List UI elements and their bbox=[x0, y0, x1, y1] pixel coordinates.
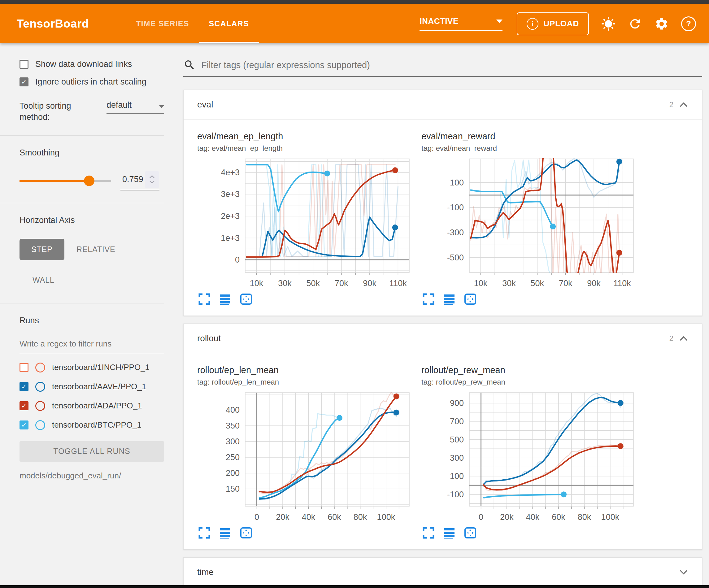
line-chart-mean-ep-length[interactable]: 01e+32e+33e+34e+310k30k50k70k90k110k bbox=[197, 156, 414, 290]
svg-text:70k: 70k bbox=[335, 279, 348, 288]
section-header-time[interactable]: time bbox=[184, 558, 702, 585]
fullscreen-icon[interactable] bbox=[199, 527, 210, 539]
run-checkbox[interactable]: ✓ bbox=[20, 382, 28, 391]
runs-logdir-path: models/debugged_eval_run/ bbox=[20, 471, 164, 481]
smoothing-label: Smoothing bbox=[20, 148, 164, 158]
svg-text:300: 300 bbox=[450, 453, 464, 463]
chart-card-ep-len-mean: rollout/ep_len_mean tag: rollout/ep_len_… bbox=[197, 365, 414, 539]
axis-step-button[interactable]: STEP bbox=[20, 239, 64, 260]
refresh-icon bbox=[628, 17, 642, 31]
tab-scalars[interactable]: SCALARS bbox=[199, 4, 259, 43]
checkbox-icon[interactable]: ✓ bbox=[20, 60, 28, 69]
chart-tag: tag: eval/mean_ep_length bbox=[197, 144, 414, 153]
svg-text:50k: 50k bbox=[531, 279, 544, 288]
divider bbox=[0, 135, 164, 136]
runs-filter-input[interactable] bbox=[20, 339, 164, 353]
axis-wall-button[interactable]: WALL bbox=[23, 270, 64, 291]
data-table-icon[interactable] bbox=[219, 527, 231, 539]
tag-filter-input[interactable] bbox=[201, 60, 702, 71]
svg-text:900: 900 bbox=[450, 399, 464, 408]
slider-thumb[interactable] bbox=[84, 176, 95, 186]
smoothing-slider[interactable] bbox=[20, 176, 111, 186]
upload-button[interactable]: i UPLOAD bbox=[517, 12, 589, 35]
chevron-down-icon bbox=[159, 105, 164, 108]
fullscreen-icon[interactable] bbox=[199, 293, 210, 305]
ignore-outliers-checkbox[interactable]: ✓ Ignore outliers in chart scaling bbox=[20, 77, 164, 87]
run-color-swatch[interactable] bbox=[35, 363, 45, 373]
svg-text:350: 350 bbox=[226, 421, 240, 430]
fit-domain-icon[interactable] bbox=[464, 527, 476, 539]
sun-icon bbox=[601, 17, 615, 31]
line-chart-ep-rew-mean[interactable]: -100100300500700900020k40k60k80k100k bbox=[421, 390, 638, 524]
svg-text:300: 300 bbox=[226, 437, 240, 446]
checkbox-icon[interactable]: ✓ bbox=[20, 77, 28, 86]
run-row-ada[interactable]: ✓ tensorboard/ADA/PPO_1 bbox=[20, 401, 164, 411]
svg-text:700: 700 bbox=[450, 417, 464, 426]
svg-text:20k: 20k bbox=[276, 512, 289, 522]
fullscreen-icon[interactable] bbox=[423, 527, 435, 539]
chevron-down-icon bbox=[496, 20, 502, 23]
run-checkbox[interactable]: ✓ bbox=[20, 420, 28, 430]
svg-text:-300: -300 bbox=[447, 228, 464, 237]
line-chart-mean-reward[interactable]: 100-100-300-50010k30k50k70k90k110k bbox=[421, 156, 638, 290]
brightness-toggle-button[interactable] bbox=[601, 17, 615, 31]
run-color-swatch[interactable] bbox=[35, 420, 45, 430]
fit-domain-icon[interactable] bbox=[240, 293, 252, 305]
svg-text:100: 100 bbox=[450, 178, 464, 187]
svg-text:-500: -500 bbox=[447, 253, 464, 262]
refresh-button[interactable] bbox=[628, 17, 642, 31]
run-row-1inch[interactable]: ✓ tensorboard/1INCH/PPO_1 bbox=[20, 363, 164, 373]
data-table-icon[interactable] bbox=[443, 527, 455, 539]
svg-text:100: 100 bbox=[450, 471, 464, 481]
fullscreen-icon[interactable] bbox=[423, 293, 435, 305]
chart-title: eval/mean_ep_length bbox=[197, 131, 414, 142]
show-download-links-checkbox[interactable]: ✓ Show data download links bbox=[20, 59, 164, 69]
run-checkbox[interactable]: ✓ bbox=[20, 401, 28, 410]
chevron-up-icon[interactable] bbox=[679, 102, 688, 107]
toggle-all-runs-button[interactable]: TOGGLE ALL RUNS bbox=[20, 441, 164, 462]
inactive-status-dropdown[interactable]: INACTIVE bbox=[420, 17, 502, 31]
svg-text:10k: 10k bbox=[474, 279, 488, 288]
browser-chrome-strip bbox=[0, 0, 709, 4]
smoothing-stepper[interactable] bbox=[145, 171, 159, 188]
section-card-eval: eval 2 eval/mean_ep_length tag: eval/mea… bbox=[183, 90, 702, 316]
axis-relative-button[interactable]: RELATIVE bbox=[67, 239, 125, 260]
run-checkbox[interactable]: ✓ bbox=[20, 363, 28, 372]
section-header-rollout[interactable]: rollout 2 bbox=[184, 324, 702, 353]
chevron-down-icon bbox=[149, 180, 155, 184]
run-row-btc[interactable]: ✓ tensorboard/BTC/PPO_1 bbox=[20, 420, 164, 430]
data-table-icon[interactable] bbox=[443, 293, 455, 305]
help-icon: ? bbox=[681, 17, 696, 31]
data-table-icon[interactable] bbox=[219, 293, 231, 305]
chevron-up-icon[interactable] bbox=[679, 336, 688, 341]
chart-tag: tag: rollout/ep_rew_mean bbox=[421, 378, 638, 386]
svg-text:-100: -100 bbox=[447, 490, 464, 499]
fit-domain-icon[interactable] bbox=[240, 527, 252, 539]
run-row-aave[interactable]: ✓ tensorboard/AAVE/PPO_1 bbox=[20, 382, 164, 392]
chart-toolbar bbox=[197, 293, 414, 305]
svg-text:80k: 80k bbox=[353, 512, 367, 522]
chart-title: rollout/ep_len_mean bbox=[197, 365, 414, 375]
settings-sidebar: ✓ Show data download links ✓ Ignore outl… bbox=[0, 43, 170, 585]
runs-label: Runs bbox=[20, 316, 164, 326]
svg-text:110k: 110k bbox=[613, 279, 631, 288]
svg-text:30k: 30k bbox=[502, 279, 516, 288]
line-chart-ep-len-mean[interactable]: 150200250300350400020k40k60k80k100k bbox=[197, 390, 414, 524]
run-color-swatch[interactable] bbox=[35, 401, 45, 411]
run-color-swatch[interactable] bbox=[35, 382, 45, 392]
smoothing-value-field[interactable]: 0.759 bbox=[121, 171, 159, 190]
search-icon bbox=[183, 59, 196, 71]
section-header-eval[interactable]: eval 2 bbox=[184, 90, 702, 120]
tooltip-sorting-select[interactable]: default bbox=[106, 100, 164, 113]
settings-button[interactable] bbox=[655, 17, 669, 31]
help-button[interactable]: ? bbox=[681, 17, 696, 31]
svg-text:500: 500 bbox=[450, 435, 464, 444]
chevron-down-icon[interactable] bbox=[679, 569, 688, 575]
fit-domain-icon[interactable] bbox=[464, 293, 476, 305]
chart-card-ep-rew-mean: rollout/ep_rew_mean tag: rollout/ep_rew_… bbox=[421, 365, 638, 539]
tab-time-series[interactable]: TIME SERIES bbox=[126, 4, 199, 43]
svg-text:60k: 60k bbox=[327, 512, 341, 522]
top-app-bar: TensorBoard TIME SERIES SCALARS INACTIVE… bbox=[0, 4, 709, 43]
svg-text:400: 400 bbox=[226, 405, 240, 415]
svg-text:2e+3: 2e+3 bbox=[221, 211, 240, 221]
